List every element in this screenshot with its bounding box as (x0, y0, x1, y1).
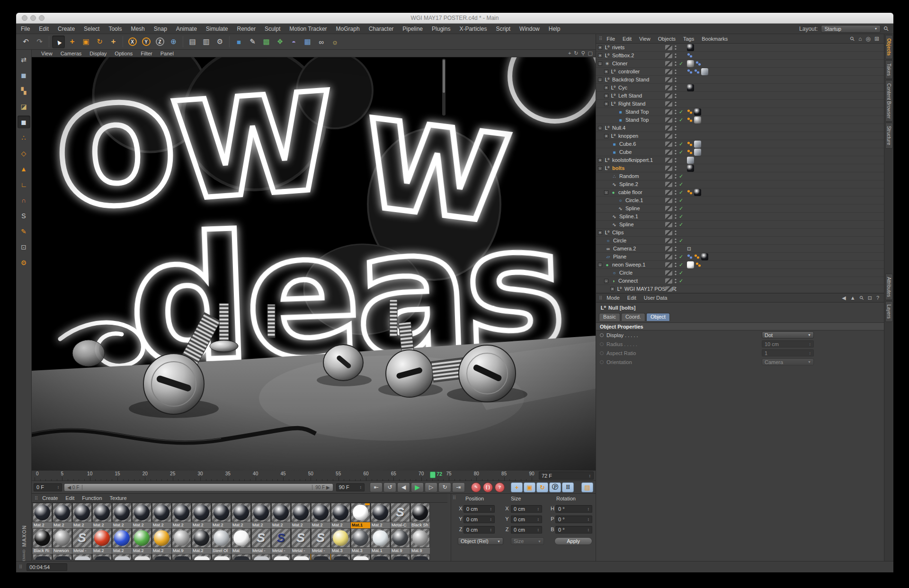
spinner-icon[interactable]: ↕ (588, 517, 590, 522)
prev-frame-button[interactable]: ◀ (397, 482, 410, 492)
visibility-dots-icon[interactable] (675, 286, 677, 292)
add-spline-pen[interactable]: ✎ (246, 36, 259, 48)
visibility-dots-icon[interactable] (675, 125, 677, 131)
dots-blue-tag-icon[interactable] (687, 69, 693, 74)
material-swatch-partial[interactable] (112, 554, 132, 560)
enabled-check-icon[interactable]: ✓ (679, 262, 683, 268)
panel-tab-layers[interactable]: Layers (885, 301, 893, 322)
layer-toggle-icon[interactable] (665, 182, 672, 187)
menu-pipeline[interactable]: Pipeline (402, 26, 423, 32)
object-row[interactable]: -●neon Sweep.1✓ (596, 261, 884, 269)
visibility-dots-icon[interactable] (675, 77, 677, 82)
menu-mesh[interactable]: Mesh (131, 26, 144, 32)
layer-toggle-icon[interactable] (665, 198, 672, 203)
object-row[interactable]: ○Circle.1✓ (596, 196, 884, 205)
material-menu-texture[interactable]: Texture (110, 495, 127, 501)
object-row[interactable]: +L⁰Right Stand (596, 100, 884, 108)
sphere-white-tag-icon[interactable] (687, 261, 694, 268)
eye-icon[interactable]: ◎ (865, 36, 870, 42)
lock-workplane[interactable]: ⊡ (18, 241, 30, 253)
tab-coord[interactable]: Coord. (621, 313, 645, 321)
title-bar[interactable]: WGI MAY17 POSTER.c4d * - Main (16, 13, 893, 24)
expand-toggle-icon[interactable]: - (598, 62, 602, 66)
visibility-dots-icon[interactable] (675, 222, 677, 227)
visibility-dots-icon[interactable] (675, 238, 677, 243)
timeline-ruler[interactable]: 05101520253035404550556065707580859072 7… (32, 471, 596, 481)
edges-mode[interactable]: ◇ (18, 147, 30, 160)
toggle-view-icon[interactable]: ▢ (588, 50, 593, 56)
material-swatch[interactable]: Steel Ol (212, 528, 231, 554)
object-row[interactable]: -L⁰Backdrop Stand (596, 76, 884, 84)
layer-toggle-icon[interactable] (665, 69, 672, 74)
panel-tab-takes[interactable]: Takes (885, 60, 893, 79)
material-swatch[interactable]: SMetal - (72, 528, 92, 554)
material-swatch-partial[interactable] (251, 554, 271, 560)
visibility-dots-icon[interactable] (675, 45, 677, 50)
enabled-check-icon[interactable]: ✓ (679, 189, 683, 196)
material-swatch-partial[interactable] (192, 554, 211, 560)
add-mograph-object[interactable]: ❖ (274, 36, 286, 48)
object-row[interactable]: +L⁰Clips (596, 229, 884, 237)
expand-toggle-icon[interactable]: - (598, 263, 602, 267)
material-swatch[interactable]: Mat.2 (72, 503, 92, 528)
object-row[interactable]: -L⁰Null.4 (596, 124, 884, 132)
viewport-menu-view[interactable]: View (41, 51, 53, 56)
material-swatch[interactable]: Mat.9 (391, 528, 410, 554)
material-swatch[interactable]: Mat.2 (331, 503, 350, 528)
material-swatch[interactable]: Mat.2 (53, 503, 72, 528)
layer-toggle-icon[interactable] (665, 93, 672, 98)
live-selection-tool[interactable]: ▲ (52, 36, 65, 48)
object-row[interactable]: -L⁰bolts (596, 164, 884, 172)
material-swatch[interactable]: Mat.2 (152, 503, 171, 528)
coordinate-size-x-field[interactable]: 0 cm↕ (511, 505, 542, 513)
layer-toggle-icon[interactable] (665, 166, 672, 171)
animation-dot-icon[interactable] (600, 333, 604, 337)
record-options-button[interactable]: ? (495, 482, 505, 492)
enabled-check-icon[interactable]: ✓ (679, 149, 683, 155)
visibility-dots-icon[interactable] (675, 134, 677, 139)
attribute-menu-mode[interactable]: Mode (606, 295, 620, 301)
material-menu-edit[interactable]: Edit (65, 495, 74, 501)
layer-toggle-icon[interactable] (665, 45, 672, 50)
menu-select[interactable]: Select (84, 26, 99, 32)
material-swatch[interactable]: Mat.2 (92, 528, 112, 554)
attribute-menu-edit[interactable]: Edit (627, 295, 636, 301)
layer-toggle-icon[interactable] (665, 158, 672, 163)
snap-toggle[interactable]: S (18, 209, 30, 222)
visibility-dots-icon[interactable] (675, 61, 677, 66)
coordinate-rotation-h-field[interactable]: 0 °↕ (555, 505, 592, 513)
key-scale-toggle[interactable]: ▣ (524, 482, 535, 492)
object-row[interactable]: +L⁰controller (596, 68, 884, 76)
material-swatch-partial[interactable] (152, 554, 171, 560)
menu-mograph[interactable]: MoGraph (336, 26, 360, 32)
spinner-icon[interactable]: ↕ (57, 485, 60, 490)
material-swatch-partial[interactable] (271, 554, 291, 560)
layer-toggle-icon[interactable] (665, 254, 672, 259)
coordinate-mode-dropdown[interactable]: Object (Rel) ▼ (458, 537, 503, 545)
zoom-view-icon[interactable]: ⚲ (581, 50, 585, 56)
axis-x-toggle[interactable]: X (126, 36, 139, 48)
spinner-icon[interactable]: ↕ (588, 527, 590, 532)
property-dropdown[interactable]: Dot▼ (762, 331, 814, 339)
object-manager-menu-bookmarks[interactable]: Bookmarks (702, 36, 728, 42)
object-manager-menu-objects[interactable]: Objects (658, 36, 676, 42)
expand-toggle-icon[interactable]: - (604, 279, 608, 283)
search-icon[interactable]: ⚲ (849, 35, 856, 42)
render-view-button[interactable]: ▤ (186, 36, 199, 48)
menu-render[interactable]: Render (237, 26, 256, 32)
expand-toggle-icon[interactable]: - (598, 78, 602, 82)
animation-dot-icon[interactable] (600, 342, 604, 346)
panel-tab-attributes[interactable]: Attributes (885, 274, 893, 300)
menu-x-particles[interactable]: X-Particles (459, 26, 487, 32)
visibility-dots-icon[interactable] (675, 278, 677, 284)
material-swatch-partial[interactable] (371, 554, 390, 560)
object-row[interactable]: ▱Plane✓ (596, 253, 884, 261)
metal-tag-icon[interactable] (694, 149, 701, 156)
object-row[interactable]: ■Stand Top✓ (596, 108, 884, 116)
layer-toggle-icon[interactable] (665, 286, 672, 292)
back-icon[interactable]: ◀ (842, 295, 846, 301)
up-icon[interactable]: ▲ (850, 295, 856, 301)
material-swatch-partial[interactable] (53, 554, 72, 560)
expand-toggle-icon[interactable]: + (604, 94, 608, 98)
camera-toggle-icon[interactable]: ⊡ (687, 246, 691, 251)
